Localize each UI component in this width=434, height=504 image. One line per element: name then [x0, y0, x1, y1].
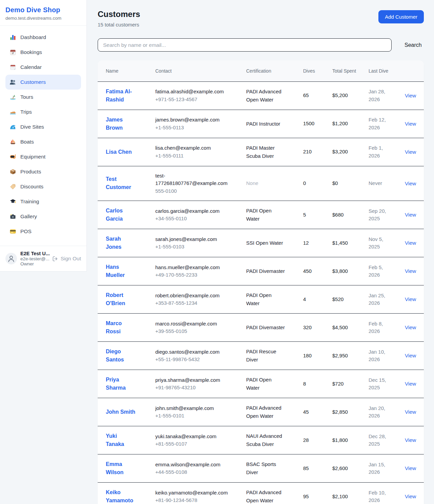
add-customer-button[interactable]: Add Customer [378, 10, 424, 23]
sidebar-item-gallery[interactable]: Gallery [5, 209, 81, 224]
sidebar-item-boats[interactable]: Boats [5, 134, 81, 149]
sidebar-item-equipment[interactable]: Equipment [5, 149, 81, 164]
sidebar-item-trips[interactable]: Trips [5, 105, 81, 119]
sidebar-item-label: Training [20, 199, 39, 205]
sidebar-item-training[interactable]: Training [5, 194, 81, 209]
customer-certification: PADI Open Water [246, 207, 286, 223]
sidebar-item-pos[interactable]: POS [5, 224, 81, 239]
view-link[interactable]: View [405, 353, 416, 358]
dashboard-icon [9, 34, 16, 41]
shop-header: Demo Dive Shop demo.test.divestreams.com [0, 0, 86, 26]
customer-phone: +49-170-555-2233 [155, 271, 227, 279]
customer-last-dive: Feb 1, 2026 [369, 144, 389, 160]
customer-email: emma.wilson@example.com [155, 461, 227, 469]
customer-certification: PADI Divemaster [246, 323, 286, 332]
sidebar-item-discounts[interactable]: Discounts [5, 179, 81, 194]
sidebar-item-bookings[interactable]: 17 Bookings [5, 45, 81, 60]
sidebar-item-customers[interactable]: Customers [5, 75, 81, 90]
customer-certification: PADI Advanced Open Water [246, 404, 286, 420]
customer-certification: PADI Rescue Diver [246, 348, 286, 364]
search-button[interactable]: Search [401, 40, 425, 50]
customer-phone: +55-11-99876-5432 [155, 356, 227, 363]
customer-certification: PADI Open Water [246, 376, 286, 392]
customer-name-link[interactable]: Emma Wilson [106, 460, 136, 477]
customer-name-link[interactable]: Fatima Al-Rashid [106, 88, 136, 104]
table-row: Hans Mueller hans.mueller@example.com +4… [98, 257, 424, 285]
customer-email: diego.santos@example.com [155, 348, 227, 356]
table-row: Marco Rossi marco.rossi@example.com +39-… [98, 314, 424, 342]
view-link[interactable]: View [405, 181, 416, 186]
sidebar-item-calendar[interactable]: Calendar [5, 60, 81, 75]
view-link[interactable]: View [405, 268, 416, 274]
sign-out-button[interactable]: Sign Out [52, 256, 81, 262]
customer-name-link[interactable]: Keiko Yamamoto [106, 488, 136, 504]
customer-phone: +1-555-0101 [155, 412, 227, 420]
view-link[interactable]: View [405, 493, 416, 499]
customer-total-spent: $4,500 [332, 314, 369, 342]
customer-name-link[interactable]: John Smith [106, 408, 135, 416]
calendar-icon [9, 64, 16, 71]
customer-total-spent: $1,450 [332, 229, 369, 257]
customer-total-spent: $3,800 [332, 257, 369, 285]
customer-name-link[interactable]: Lisa Chen [106, 148, 132, 156]
package-icon [9, 168, 16, 175]
customer-name-link[interactable]: Sarah Jones [106, 235, 136, 251]
column-header-actions [405, 60, 424, 81]
customer-name-link[interactable]: James Brown [106, 116, 136, 132]
customer-name-link[interactable]: Marco Rossi [106, 319, 136, 336]
sidebar-item-dashboard[interactable]: Dashboard [5, 30, 81, 45]
customer-dives: 210 [303, 138, 332, 166]
sidebar-item-dive-sites[interactable]: Dive Sites [5, 119, 81, 134]
customer-email: fatima.alrashid@example.com [155, 88, 227, 96]
customer-last-dive: Dec 28, 2025 [369, 433, 389, 448]
customer-last-dive: Nov 5, 2025 [369, 236, 389, 251]
customer-last-dive: Feb 10, 2026 [369, 489, 389, 504]
view-link[interactable]: View [405, 381, 416, 387]
view-link[interactable]: View [405, 409, 416, 415]
sidebar-item-label: Customers [20, 79, 46, 85]
view-link[interactable]: View [405, 212, 416, 218]
customer-name-link[interactable]: Priya Sharma [106, 376, 136, 392]
customer-dives: 45 [303, 398, 332, 426]
customers-table-card: Name Contact Certification Dives Total S… [98, 60, 424, 504]
customer-name-link[interactable]: Diego Santos [106, 348, 136, 364]
sidebar-item-products[interactable]: Products [5, 164, 81, 179]
customer-name-link[interactable]: Yuki Tanaka [106, 432, 136, 448]
customer-name-link[interactable]: Hans Mueller [106, 263, 136, 279]
page-header: Customers 15 total customers Add Custome… [98, 10, 424, 27]
customer-phone: +971-55-123-4567 [155, 96, 227, 104]
customer-name-link[interactable]: Test Customer [106, 175, 136, 191]
customer-last-dive: Feb 5, 2026 [369, 264, 389, 279]
customer-name-link[interactable]: Robert O'Brien [106, 291, 136, 307]
view-link[interactable]: View [405, 240, 416, 246]
customer-last-dive: Sep 20, 2025 [369, 207, 389, 223]
table-row: Lisa Chen lisa.chen@example.com +1-555-0… [98, 138, 424, 166]
view-link[interactable]: View [405, 296, 416, 302]
sidebar-item-label: Dive Sites [20, 124, 44, 130]
svg-text:17: 17 [12, 52, 14, 54]
view-link[interactable]: View [405, 324, 416, 330]
view-link[interactable]: View [405, 121, 416, 127]
customer-dives: 1500 [303, 110, 332, 138]
view-link[interactable]: View [405, 93, 416, 98]
table-row: Keiko Yamamoto keiko.yamamoto@example.co… [98, 483, 424, 504]
customer-name-link[interactable]: Carlos Garcia [106, 207, 136, 223]
customer-phone: +1-555-0113 [155, 124, 227, 132]
customer-total-spent: $520 [332, 285, 369, 314]
view-link[interactable]: View [405, 149, 416, 155]
search-input[interactable] [98, 38, 392, 52]
trips-boat-icon [9, 109, 16, 115]
sidebar-item-tours[interactable]: Tours [5, 90, 81, 105]
sidebar-item-label: Products [20, 169, 41, 175]
customer-certification: None [246, 179, 286, 187]
view-link[interactable]: View [405, 437, 416, 443]
view-link[interactable]: View [405, 465, 416, 471]
user-role: Owner [20, 261, 48, 266]
customer-email: james.brown@example.com [155, 116, 227, 124]
sidebar-item-label: Boats [20, 139, 34, 145]
sidebar-item-label: Discounts [20, 184, 43, 190]
customer-last-dive: Jan 10, 2026 [369, 348, 389, 363]
customer-certification: PADI Open Water [246, 291, 286, 307]
sidebar: Demo Dive Shop demo.test.divestreams.com… [0, 0, 87, 272]
page-title: Customers [98, 10, 140, 19]
